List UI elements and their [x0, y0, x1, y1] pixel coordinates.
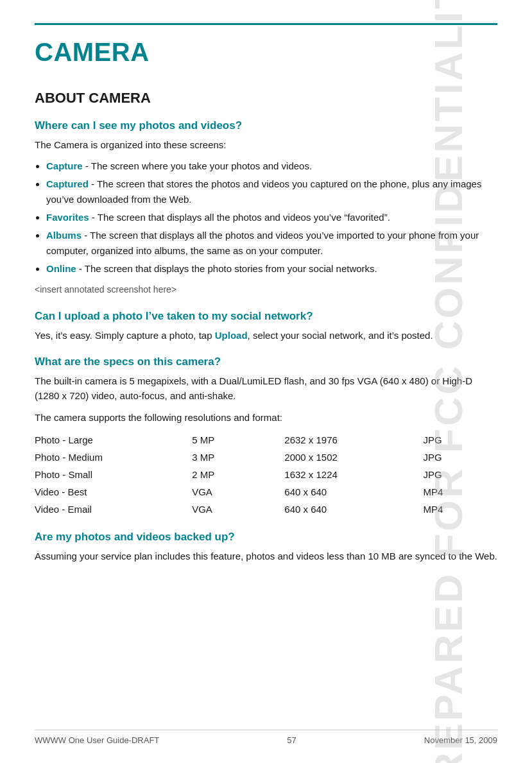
list-item: Albums - The screen that displays all th…	[46, 228, 497, 259]
table-cell-format: JPG	[424, 466, 497, 483]
content-area: CAMERA ABOUT CAMERA Where can I see my p…	[35, 23, 497, 563]
table-cell-format: MP4	[424, 501, 497, 518]
section-heading: ABOUT CAMERA	[35, 90, 497, 107]
footer-date: November 15, 2009	[424, 735, 497, 745]
list-item: Captured - The screen that stores the ph…	[46, 176, 497, 207]
table-cell-type: Video - Email	[35, 501, 192, 518]
term-captured: Captured	[46, 178, 89, 189]
table-cell-type: Photo - Large	[35, 431, 192, 449]
page-title: CAMERA	[35, 38, 497, 67]
table-cell-res1: VGA	[192, 483, 284, 501]
question-heading-q1: Where can I see my photos and videos?	[35, 119, 497, 132]
table-cell-format: JPG	[424, 431, 497, 449]
table-cell-res1: 2 MP	[192, 466, 284, 483]
table-cell-res2: 640 x 640	[284, 483, 423, 501]
bullet-text-favorites: - The screen that displays all the photo…	[89, 212, 390, 223]
table-cell-res2: 1632 x 1224	[284, 466, 423, 483]
q2-after: , select your social network, and it’s p…	[248, 330, 433, 341]
table-cell-res1: VGA	[192, 501, 284, 518]
table-row: Photo - Small 2 MP 1632 x 1224 JPG	[35, 466, 497, 483]
q4-body: Assuming your service plan includes this…	[35, 549, 497, 563]
table-row: Video - Email VGA 640 x 640 MP4	[35, 501, 497, 518]
specs-table: Photo - Large 5 MP 2632 x 1976 JPG Photo…	[35, 431, 497, 518]
bullet-text-captured: - The screen that stores the photos and …	[46, 178, 481, 205]
term-favorites: Favorites	[46, 212, 89, 223]
footer: WWWW One User Guide-DRAFT 57 November 15…	[35, 730, 497, 745]
q2-body: Yes, it’s easy. Simply capture a photo, …	[35, 328, 497, 343]
table-row: Photo - Large 5 MP 2632 x 1976 JPG	[35, 431, 497, 449]
page-container: PREPARED FOR FCC CONFIDENTIALITY CAMERA …	[0, 0, 532, 763]
table-cell-format: MP4	[424, 483, 497, 501]
question-heading-q2: Can I upload a photo I’ve taken to my so…	[35, 310, 497, 323]
insert-placeholder: <insert annotated screenshot here>	[35, 283, 497, 297]
question-heading-q3: What are the specs on this camera?	[35, 356, 497, 368]
table-cell-res2: 2000 x 1502	[284, 449, 423, 466]
top-rule	[35, 23, 497, 25]
term-albums: Albums	[46, 230, 82, 241]
table-cell-res1: 5 MP	[192, 431, 284, 449]
bullet-text-capture: - The screen where you take your photos …	[83, 160, 312, 171]
footer-left: WWWW One User Guide-DRAFT	[35, 735, 159, 745]
q3-body2: The camera supports the following resolu…	[35, 410, 497, 425]
list-item: Online - The screen that displays the ph…	[46, 261, 497, 277]
q2-upload-link: Upload	[215, 330, 248, 341]
table-cell-res2: 2632 x 1976	[284, 431, 423, 449]
q1-intro: The Camera is organized into these scree…	[35, 137, 497, 152]
bullet-text-online: - The screen that displays the photo sto…	[76, 263, 377, 274]
question-heading-q4: Are my photos and videos backed up?	[35, 531, 497, 544]
footer-page-number: 57	[287, 735, 296, 745]
table-cell-type: Photo - Medium	[35, 449, 192, 466]
table-cell-type: Video - Best	[35, 483, 192, 501]
table-row: Video - Best VGA 640 x 640 MP4	[35, 483, 497, 501]
table-cell-type: Photo - Small	[35, 466, 192, 483]
list-item: Favorites - The screen that displays all…	[46, 210, 497, 225]
term-capture: Capture	[46, 160, 83, 171]
table-row: Photo - Medium 3 MP 2000 x 1502 JPG	[35, 449, 497, 466]
q3-body1: The built-in camera is 5 megapixels, wit…	[35, 373, 497, 404]
term-online: Online	[46, 263, 76, 274]
q1-bullet-list: Capture - The screen where you take your…	[46, 159, 497, 277]
list-item: Capture - The screen where you take your…	[46, 159, 497, 174]
table-cell-res1: 3 MP	[192, 449, 284, 466]
table-cell-format: JPG	[424, 449, 497, 466]
bullet-text-albums: - The screen that displays all the photo…	[46, 230, 479, 256]
q2-before: Yes, it’s easy. Simply capture a photo, …	[35, 330, 215, 341]
table-cell-res2: 640 x 640	[284, 501, 423, 518]
